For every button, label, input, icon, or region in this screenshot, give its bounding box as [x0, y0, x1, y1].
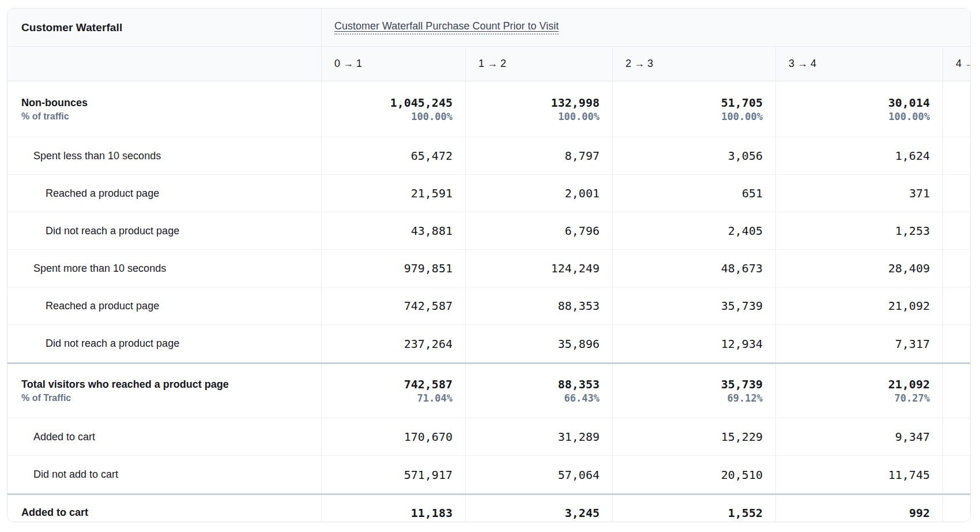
- value-cell: 21,591: [322, 175, 466, 212]
- row-label: Non-bounces: [21, 97, 321, 109]
- cell-value: 1,552: [728, 505, 763, 520]
- value-cell: 35,896: [466, 325, 613, 362]
- cell-subvalue-percent: 100.00%: [888, 110, 930, 123]
- cell-value: 8,797: [565, 148, 600, 163]
- value-cell: 742,58771.04%: [322, 364, 466, 418]
- table-row: Did not reach a product page43,8816,7962…: [7, 212, 970, 250]
- column-header: 4 →: [943, 47, 970, 81]
- row-sublabel: % of traffic: [21, 111, 321, 122]
- value-cell: 35,73969.12%: [613, 364, 776, 418]
- table-row: Spent less than 10 seconds65,4728,7973,0…: [7, 137, 970, 175]
- value-cell: 742,587: [322, 287, 466, 324]
- table-row: Did not reach a product page237,26435,89…: [7, 325, 970, 362]
- card-title: Customer Waterfall: [21, 21, 122, 34]
- cell-subvalue-percent: 69.12%: [728, 392, 763, 405]
- table-row: Spent more than 10 seconds979,851124,249…: [7, 250, 970, 287]
- cell-value: 1,253: [895, 223, 930, 238]
- cell-value: 12,934: [721, 336, 763, 351]
- row-label-cell: Non-bounces% of traffic: [7, 81, 322, 137]
- cell-value: 2,001: [565, 186, 600, 201]
- row-label-cell: Did not reach a product page: [7, 325, 322, 362]
- row-label: Did not reach a product page: [46, 225, 321, 237]
- value-cell: 992: [776, 495, 943, 522]
- table-row: Total visitors who reached a product pag…: [7, 362, 970, 418]
- value-cell-clipped: [943, 418, 970, 455]
- row-label: Spent less than 10 seconds: [33, 150, 321, 162]
- column-header: 2 → 3: [613, 47, 776, 81]
- value-cell: 8,797: [466, 137, 613, 174]
- cell-value: 20,510: [721, 467, 763, 482]
- table-row: Added to cart11,1833,2451,552992: [7, 493, 970, 522]
- value-cell: 1,253: [776, 212, 943, 249]
- table-row: Non-bounces% of traffic1,045,245100.00%1…: [7, 81, 970, 137]
- row-label: Total visitors who reached a product pag…: [21, 379, 321, 391]
- cell-subvalue-percent: 70.27%: [895, 392, 930, 405]
- value-cell: 1,624: [776, 137, 943, 174]
- value-cell: 132,998100.00%: [466, 81, 613, 137]
- row-label-cell: Reached a product page: [7, 175, 322, 212]
- row-label: Added to cart: [33, 431, 321, 443]
- value-cell: 979,851: [322, 250, 466, 287]
- cell-value: 35,739: [721, 298, 763, 313]
- row-label-cell: Spent more than 10 seconds: [7, 250, 322, 287]
- cell-value: 132,998: [551, 95, 600, 110]
- table-body: Non-bounces% of traffic1,045,245100.00%1…: [7, 81, 970, 522]
- value-cell-clipped: [943, 325, 970, 362]
- value-cell: 371: [776, 175, 943, 212]
- page: { "card": { "title": "Customer Waterfall…: [0, 0, 980, 532]
- cell-value: 3,056: [728, 148, 763, 163]
- cell-value: 48,673: [721, 261, 763, 276]
- cell-value: 11,745: [888, 467, 930, 482]
- cell-value: 15,229: [721, 429, 763, 444]
- value-cell-clipped: [943, 364, 970, 418]
- table-row: Reached a product page742,58788,35335,73…: [7, 287, 970, 325]
- cell-value: 30,014: [888, 95, 930, 110]
- value-cell: 20,510: [613, 456, 776, 493]
- value-cell-clipped: [943, 137, 970, 174]
- row-label-cell: Did not add to cart: [7, 456, 322, 493]
- value-cell: 7,317: [776, 325, 943, 362]
- cell-value: 21,591: [411, 186, 453, 201]
- cell-subvalue-percent: 66.43%: [564, 392, 600, 405]
- value-cell: 1,045,245100.00%: [322, 81, 466, 137]
- value-cell: 31,289: [466, 418, 613, 455]
- value-cell: 88,353: [466, 287, 613, 324]
- value-cell-clipped: [943, 212, 970, 249]
- cell-subvalue-percent: 71.04%: [417, 392, 453, 405]
- value-cell: 124,249: [466, 250, 613, 287]
- value-cell-clipped: [943, 81, 970, 137]
- row-label-cell: Added to cart: [7, 495, 322, 522]
- value-cell: 571,917: [322, 456, 466, 493]
- table-row: Added to cart170,67031,28915,2299,347: [7, 418, 970, 456]
- cell-value: 21,092: [888, 298, 930, 313]
- card-title-cell: Customer Waterfall: [7, 9, 322, 46]
- cell-value: 35,739: [721, 377, 763, 392]
- cell-value: 35,896: [558, 336, 600, 351]
- value-cell: 11,183: [322, 495, 466, 522]
- cell-value: 7,317: [895, 336, 930, 351]
- cell-subvalue-percent: 100.00%: [411, 110, 453, 123]
- value-cell: 21,09270.27%: [776, 364, 943, 418]
- column-header: 1 → 2: [466, 47, 613, 81]
- cell-value: 124,249: [551, 261, 600, 276]
- value-cell-clipped: [943, 250, 970, 287]
- value-cell: 35,739: [613, 287, 776, 324]
- value-cell: 3,245: [466, 495, 613, 522]
- cell-value: 237,264: [404, 336, 453, 351]
- cell-value: 651: [742, 186, 763, 201]
- cell-value: 2,405: [728, 223, 763, 238]
- cell-value: 9,347: [895, 429, 930, 444]
- cell-value: 371: [909, 186, 930, 201]
- value-cell: 1,552: [613, 495, 776, 522]
- cell-value: 3,245: [565, 505, 600, 520]
- column-header: 0 → 1: [322, 47, 466, 81]
- row-label: Reached a product page: [46, 188, 321, 200]
- cell-value: 65,472: [411, 148, 453, 163]
- value-cell: 2,405: [613, 212, 776, 249]
- metric-definition-link[interactable]: Customer Waterfall Purchase Count Prior …: [334, 20, 559, 35]
- row-label: Reached a product page: [46, 300, 321, 312]
- row-label: Spent more than 10 seconds: [33, 263, 321, 275]
- cell-value: 21,092: [888, 377, 930, 392]
- value-cell: 2,001: [466, 175, 613, 212]
- table-row: Reached a product page21,5912,001651371: [7, 175, 970, 212]
